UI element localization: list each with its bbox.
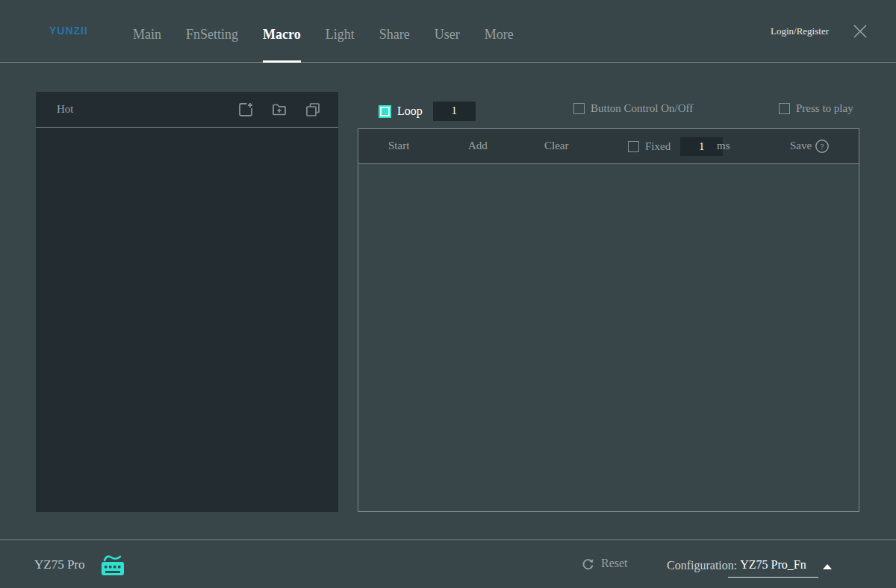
tab-main[interactable]: Main xyxy=(133,0,161,62)
chevron-up-icon[interactable] xyxy=(823,564,832,569)
new-folder-icon[interactable] xyxy=(271,101,287,118)
login-register-link[interactable]: Login/Register xyxy=(771,25,829,37)
macro-group-title: Hot xyxy=(57,103,74,116)
macro-editor-panel: Start Add Clear Fixed ms Save ? xyxy=(358,128,859,512)
app-logo: YUNZII xyxy=(49,25,88,37)
top-bar: YUNZII Main FnSetting Macro Light Share … xyxy=(0,0,896,63)
loop-group: Loop xyxy=(379,101,476,121)
start-button[interactable]: Start xyxy=(388,140,409,152)
button-control-group: Button Control On/Off xyxy=(573,102,693,115)
macro-list-actions xyxy=(237,101,321,118)
tab-fnsetting[interactable]: FnSetting xyxy=(186,0,238,62)
add-button[interactable]: Add xyxy=(468,140,488,152)
tab-light[interactable]: Light xyxy=(326,0,355,62)
tab-share[interactable]: Share xyxy=(379,0,410,62)
clear-button[interactable]: Clear xyxy=(544,140,568,152)
configuration-select[interactable]: YZ75 Pro_Fn xyxy=(728,554,818,578)
tab-macro[interactable]: Macro xyxy=(263,0,301,62)
loop-checkbox[interactable] xyxy=(379,105,391,118)
press-to-play-group: Press to play xyxy=(779,102,853,115)
press-to-play-checkbox[interactable] xyxy=(779,103,790,114)
svg-text:?: ? xyxy=(821,142,824,151)
macro-list-body xyxy=(36,128,338,511)
ms-unit-label: ms xyxy=(717,140,730,152)
fixed-label: Fixed xyxy=(645,140,671,153)
configuration-label: Configuration: xyxy=(667,559,737,572)
macro-controls-row: Loop Button Control On/Off Press to play xyxy=(358,97,859,122)
reset-label: Reset xyxy=(601,557,628,570)
close-icon[interactable] xyxy=(851,22,869,40)
new-macro-icon[interactable] xyxy=(237,101,254,118)
save-button[interactable]: Save xyxy=(790,140,812,152)
reset-button[interactable]: Reset xyxy=(582,557,628,570)
footer-bar: YZ75 Pro Reset Configuration: YZ75 Pro_F… xyxy=(0,540,896,588)
macro-list-header: Hot xyxy=(36,92,338,128)
loop-label: Loop xyxy=(397,104,423,118)
keyboard-icon[interactable] xyxy=(99,552,126,578)
button-control-label: Button Control On/Off xyxy=(591,102,693,115)
main-nav: Main FnSetting Macro Light Share User Mo… xyxy=(133,0,514,62)
fixed-delay-group: Fixed xyxy=(628,137,723,156)
press-to-play-label: Press to play xyxy=(796,102,853,115)
copy-icon[interactable] xyxy=(305,101,321,118)
reset-icon xyxy=(582,557,594,570)
macro-list-panel: Hot xyxy=(36,92,338,512)
button-control-checkbox[interactable] xyxy=(573,103,585,114)
tab-more[interactable]: More xyxy=(485,0,514,62)
loop-count-input[interactable] xyxy=(433,101,476,121)
device-name: YZ75 Pro xyxy=(34,557,85,572)
macro-editor-toolbar: Start Add Clear Fixed ms Save ? xyxy=(358,129,859,164)
macro-steps-area xyxy=(358,164,859,512)
tab-user[interactable]: User xyxy=(435,0,460,62)
help-icon[interactable]: ? xyxy=(815,139,830,154)
fixed-checkbox[interactable] xyxy=(628,141,639,152)
configuration-value: YZ75 Pro_Fn xyxy=(728,558,818,572)
